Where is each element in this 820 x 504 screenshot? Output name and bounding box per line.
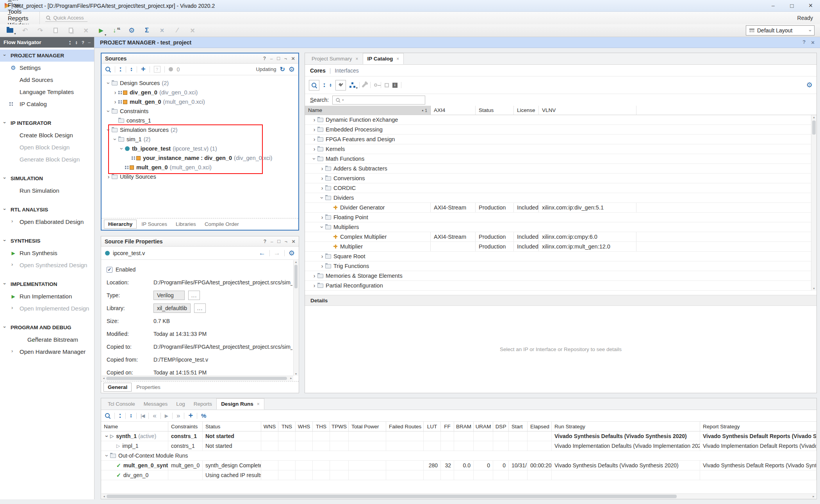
- flow-nav-item[interactable]: IP INTEGRATOR: [0, 117, 94, 129]
- float-icon[interactable]: [284, 56, 287, 61]
- column-header[interactable]: FF: [441, 422, 454, 431]
- flow-nav-item[interactable]: Settings: [0, 62, 94, 74]
- column-header[interactable]: URAM: [474, 422, 493, 431]
- flow-nav-item[interactable]: Run Synthesis: [0, 247, 94, 259]
- column-header[interactable]: Constraints: [168, 422, 203, 431]
- workspace-tab[interactable]: Project Summary: [307, 53, 363, 64]
- catalog-row[interactable]: Embedded Processing: [305, 125, 816, 135]
- column-header[interactable]: TNS: [278, 422, 296, 431]
- sources-tab[interactable]: Libraries: [172, 220, 200, 228]
- column-header-name[interactable]: Name 1: [305, 106, 431, 115]
- catalog-row[interactable]: Conversions: [305, 174, 816, 183]
- redo-button[interactable]: [36, 26, 45, 35]
- flow-nav-item[interactable]: Run Implementation: [0, 290, 94, 302]
- search-icon[interactable]: [105, 413, 111, 419]
- flow-nav-item[interactable]: SIMULATION: [0, 172, 94, 185]
- forward-icon[interactable]: [274, 249, 280, 257]
- tree-arrow-icon[interactable]: [311, 117, 317, 123]
- delete-button[interactable]: [82, 26, 90, 35]
- edit-button[interactable]: [173, 26, 182, 35]
- horizontal-scrollbar[interactable]: ◄►: [102, 493, 816, 499]
- maximize-button[interactable]: [783, 0, 801, 11]
- gear-icon[interactable]: [289, 249, 295, 257]
- bottom-tab[interactable]: Messages: [139, 398, 172, 410]
- flow-nav-item[interactable]: Open Implemented Design: [0, 302, 94, 314]
- tree-arrow-icon[interactable]: [112, 136, 118, 142]
- collapse-all-icon[interactable]: ▼▲: [69, 41, 71, 44]
- column-header[interactable]: WHS: [296, 422, 313, 431]
- flow-nav-item[interactable]: IP Catalog: [0, 98, 94, 110]
- tree-arrow-icon[interactable]: [311, 156, 317, 162]
- flow-nav-item[interactable]: IMPLEMENTATION: [0, 278, 94, 290]
- column-header[interactable]: DSP: [493, 422, 509, 431]
- help-icon[interactable]: [264, 239, 266, 244]
- catalog-row[interactable]: Square Root: [305, 252, 816, 261]
- menu-item[interactable]: Tools: [3, 8, 33, 15]
- tree-arrow-icon[interactable]: [104, 433, 110, 439]
- column-header[interactable]: THS: [313, 422, 330, 431]
- menu-item[interactable]: Reports: [3, 15, 33, 21]
- property-input[interactable]: xil_defaultlib: [153, 303, 191, 313]
- tree-arrow-icon[interactable]: [311, 126, 317, 133]
- tree-arrow-icon[interactable]: [311, 273, 317, 279]
- catalog-row[interactable]: Dividers: [305, 193, 816, 203]
- tree-arrow-icon[interactable]: [319, 165, 325, 172]
- tree-arrow-icon[interactable]: [105, 108, 112, 114]
- catalog-row[interactable]: Memories & Storage Elements: [305, 271, 816, 281]
- design-run-row[interactable]: synth_1 (active) constrs_1 Not started: [101, 431, 816, 441]
- interfaces-link[interactable]: Interfaces: [335, 67, 358, 74]
- flow-nav-item[interactable]: Open Elaborated Design: [0, 216, 94, 228]
- filter-pin-button[interactable]: [335, 80, 346, 91]
- sources-tree-row[interactable]: your_instance_name : div_gen_0 (div_gen_…: [102, 153, 298, 163]
- column-header-status[interactable]: Status: [476, 106, 514, 115]
- help-icon[interactable]: [263, 56, 266, 61]
- expand-all-icon[interactable]: [130, 67, 133, 71]
- catalog-search-input[interactable]: ▾: [332, 96, 425, 105]
- sfp-tab[interactable]: Properties: [132, 383, 164, 391]
- resource-percent-icon[interactable]: [201, 412, 206, 419]
- quick-access-input[interactable]: Quick Access: [45, 14, 87, 22]
- close-icon[interactable]: [292, 238, 295, 245]
- sources-tab[interactable]: Compile Order: [201, 220, 243, 228]
- flow-nav-item[interactable]: RTL ANALYSIS: [0, 204, 94, 216]
- flow-nav-item[interactable]: Language Templates: [0, 86, 94, 98]
- tab-close-icon[interactable]: [356, 56, 358, 62]
- sources-tab[interactable]: Hierarchy: [104, 220, 137, 229]
- flow-nav-item[interactable]: Open Block Design: [0, 141, 94, 153]
- column-header-license[interactable]: License: [514, 106, 539, 115]
- stop-button[interactable]: [158, 26, 166, 35]
- tree-arrow-icon[interactable]: [105, 174, 112, 180]
- open-project-button[interactable]: [5, 26, 14, 35]
- vertical-scrollbar[interactable]: ▲▼: [811, 115, 816, 291]
- maximize-icon[interactable]: [277, 55, 280, 61]
- paste-button[interactable]: [66, 26, 75, 35]
- layout-selector[interactable]: Default Layout: [746, 25, 815, 35]
- catalog-row[interactable]: Math Functions: [305, 154, 816, 164]
- tree-arrow-icon[interactable]: [319, 185, 325, 191]
- tree-arrow-icon[interactable]: [319, 175, 325, 181]
- catalog-row[interactable]: Multiplier Production Included xilinx.co…: [305, 242, 816, 252]
- column-header[interactable]: Total Power: [349, 422, 386, 431]
- tree-arrow-icon[interactable]: [319, 195, 325, 201]
- minimize-icon[interactable]: ─: [88, 41, 91, 44]
- tree-arrow-icon[interactable]: [319, 253, 325, 259]
- maximize-icon[interactable]: [277, 238, 280, 244]
- tree-arrow-icon[interactable]: [105, 80, 112, 86]
- tree-arrow-icon[interactable]: [311, 282, 317, 289]
- undo-button[interactable]: [21, 26, 29, 35]
- column-header[interactable]: BRAM: [454, 422, 474, 431]
- bottom-tab[interactable]: Design Runs: [216, 398, 264, 410]
- column-header[interactable]: Report Strategy: [700, 422, 816, 431]
- bottom-tab[interactable]: Tcl Console: [103, 398, 139, 410]
- flow-nav-item[interactable]: Create Block Design: [0, 129, 94, 141]
- flow-nav-item[interactable]: PROJECT MANAGER: [0, 50, 94, 62]
- gear-icon[interactable]: [289, 65, 295, 74]
- sfp-tab[interactable]: General: [103, 383, 132, 392]
- catalog-row[interactable]: Divider Generator AXI4-Stream Production…: [305, 203, 816, 213]
- design-run-row[interactable]: impl_1 constrs_1 Not started V: [101, 441, 816, 451]
- tree-arrow-icon[interactable]: [112, 89, 118, 96]
- catalog-row[interactable]: Complex Multiplier AXI4-Stream Productio…: [305, 232, 816, 242]
- column-header[interactable]: Status: [203, 422, 261, 431]
- browse-button[interactable]: [188, 291, 200, 300]
- sources-tree-row[interactable]: div_gen_0 (div_gen_0.xci): [102, 88, 298, 97]
